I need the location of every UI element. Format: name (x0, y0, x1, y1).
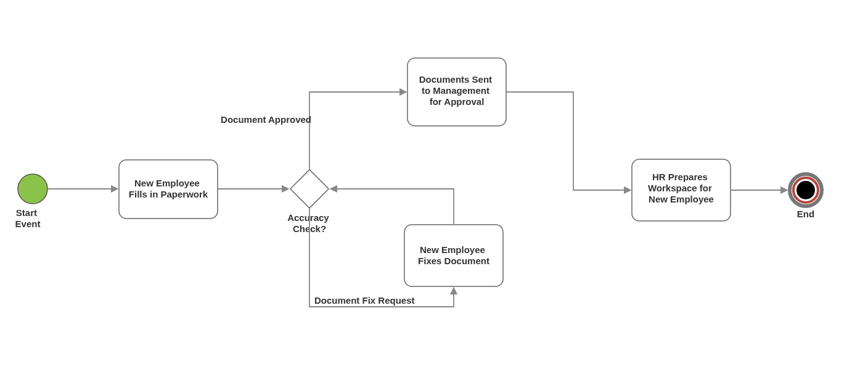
task-sent-management: Documents Sent to Management for Approva… (407, 58, 506, 126)
task-fills-paperwork-l1: New Employee (134, 178, 200, 188)
edge-management-to-hr (506, 92, 631, 190)
task-hr-prepares: HR Prepares Workspace for New Employee (632, 159, 731, 221)
svg-text:New Employee
      Fixes Docum: New Employee Fixes Document (418, 244, 489, 266)
svg-text:Documents Sent
      to Manage: Documents Sent to Management for Approva… (419, 74, 495, 107)
task-hr-prepares-l1: HR Prepares (652, 172, 708, 182)
svg-text:New Employee
      Fills in Pa: New Employee Fills in Paperwork (129, 178, 208, 199)
edge-gateway-to-management (309, 92, 406, 170)
task-fills-paperwork: New Employee Fills in Paperwork (119, 160, 218, 219)
gateway-label-l1: Accuracy (287, 212, 329, 223)
task-fills-paperwork-l2: Fills in Paperwork (129, 189, 208, 199)
task-hr-prepares-l3: New Employee (649, 194, 714, 204)
task-fixes-document-l1: New Employee (420, 244, 485, 255)
edge-fixes-to-gateway (330, 189, 454, 225)
start-event-label-line1: Start (16, 207, 37, 218)
edge-approved-label: Document Approved (221, 114, 311, 125)
end-event: End (790, 174, 822, 219)
start-event-label-line2: Event (15, 219, 41, 229)
svg-text:HR Prepares
      Workspace fo: HR Prepares Workspace for New Employee (648, 172, 714, 204)
task-sent-management-l1: Documents Sent (419, 74, 492, 85)
bpmn-diagram: Start Event Start Event New Employee Fil… (0, 0, 868, 379)
start-event-label: Start Event (6, 207, 59, 232)
task-sent-management-l3: for Approval (430, 96, 485, 107)
task-fixes-document: New Employee Fixes Document (404, 225, 503, 286)
task-hr-prepares-l2: Workspace for (648, 183, 712, 193)
end-event-label: End (797, 209, 814, 219)
task-sent-management-l2: to Management (422, 85, 489, 96)
svg-point-16 (796, 181, 815, 199)
task-fixes-document-l2: Fixes Document (418, 256, 489, 266)
edge-fix-request-label: Document Fix Request (314, 295, 415, 306)
svg-rect-6 (290, 170, 329, 208)
svg-point-0 (18, 174, 47, 204)
svg-text:Start
      Event: Start Event (15, 207, 41, 229)
